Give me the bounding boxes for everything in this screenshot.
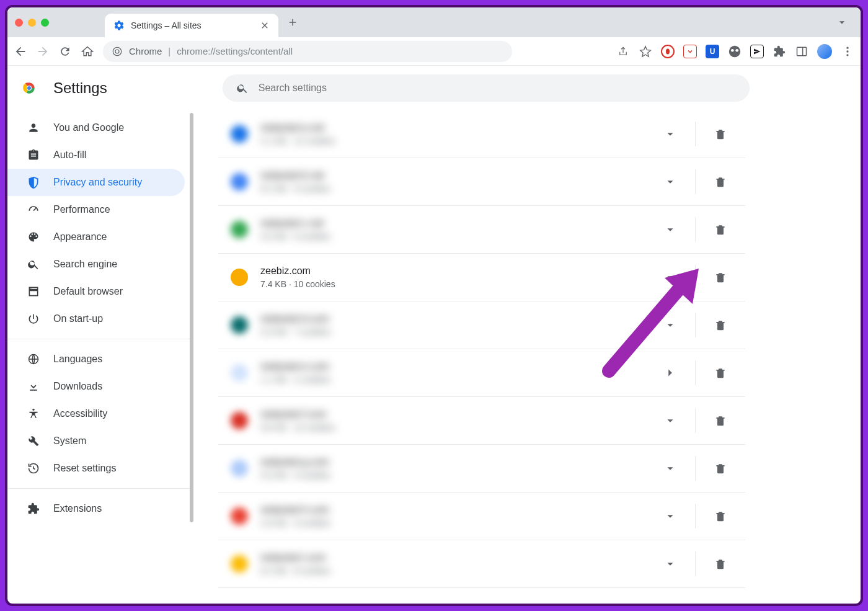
sidebar-item-label: You and Google (53, 122, 124, 133)
palette-icon (27, 231, 40, 243)
site-row[interactable]: redacted-d.com3.3 KB · 7 cookies (218, 301, 745, 349)
site-favicon (231, 507, 248, 525)
expand-button[interactable] (658, 265, 683, 290)
delete-button[interactable] (708, 169, 733, 194)
sidepanel-icon[interactable] (795, 45, 808, 58)
site-row[interactable]: redacted-g.com5.5 KB · 5 cookies (218, 445, 745, 493)
sidebar-item-label: Accessibility (53, 408, 107, 419)
expand-button[interactable] (658, 313, 683, 337)
delete-button[interactable] (708, 313, 733, 337)
site-info-icon[interactable] (112, 46, 123, 57)
sidebar-item-dl[interactable]: Downloads (7, 373, 185, 400)
extension-pocket-icon[interactable] (683, 45, 697, 58)
sidebar-item-a11y[interactable]: Accessibility (7, 400, 185, 427)
extensions-icon[interactable] (773, 45, 786, 58)
delete-button[interactable] (708, 504, 733, 528)
site-row[interactable]: redacted-c.net4.0 KB · 6 cookies (218, 206, 745, 254)
expand-button[interactable] (658, 504, 683, 528)
browser-tab[interactable]: Settings – All sites (105, 14, 278, 37)
globe-icon (27, 353, 40, 365)
share-icon[interactable] (616, 45, 630, 58)
site-meta: 6.2 KB · 8 cookies (260, 566, 645, 576)
svg-point-5 (735, 48, 738, 51)
download-icon (27, 380, 40, 393)
delete-button[interactable] (708, 265, 733, 290)
speed-icon (27, 203, 40, 216)
delete-button[interactable] (708, 408, 733, 433)
delete-button[interactable] (708, 456, 733, 481)
sidebar-item-autofill[interactable]: Auto-fill (7, 141, 185, 169)
site-row[interactable]: redacted-a.net2.1 KB · 12 cookies (218, 110, 745, 158)
close-window-button[interactable] (15, 19, 23, 27)
expand-button[interactable] (658, 122, 683, 146)
power-icon (27, 313, 40, 325)
sidebar-item-perf[interactable]: Performance (7, 196, 185, 223)
sidebar-item-privacy[interactable]: Privacy and security (7, 169, 185, 196)
sidebar-item-you[interactable]: You and Google (7, 114, 185, 141)
page-title: Settings (53, 79, 107, 97)
site-favicon (231, 173, 248, 190)
delete-button[interactable] (708, 217, 733, 242)
back-button[interactable] (14, 45, 27, 58)
extension-send-icon[interactable] (750, 45, 764, 58)
person-icon (27, 122, 40, 134)
minimize-window-button[interactable] (28, 19, 36, 27)
search-icon (236, 82, 249, 94)
site-name: redacted-g.com (260, 457, 645, 468)
bookmark-icon[interactable] (639, 45, 652, 58)
sidebar-item-label: System (53, 435, 86, 447)
address-bar[interactable]: Chrome | chrome://settings/content/all (103, 41, 512, 62)
home-button[interactable] (81, 45, 94, 58)
sidebar-item-reset[interactable]: Reset settings (7, 455, 185, 482)
sidebar-item-search[interactable]: Search engine (7, 251, 185, 278)
search-settings-field[interactable] (259, 83, 736, 94)
close-tab-button[interactable] (260, 20, 270, 30)
site-meta: 8.2 KB · 9 cookies (260, 184, 645, 194)
gear-icon (113, 20, 125, 31)
site-row[interactable]: redacted-e.com1.1 KB · 2 cookies (218, 349, 745, 397)
new-tab-button[interactable] (287, 17, 298, 28)
search-settings-input[interactable] (223, 74, 750, 102)
expand-button[interactable] (658, 169, 683, 194)
expand-button[interactable] (658, 551, 683, 576)
site-row[interactable]: zeebiz.com7.4 KB · 10 cookies (218, 254, 745, 301)
tab-dropdown-button[interactable] (836, 16, 848, 29)
forward-button[interactable] (36, 45, 50, 58)
sidebar-item-system[interactable]: System (7, 427, 185, 455)
site-name: redacted-e.com (260, 361, 645, 372)
profile-avatar[interactable] (817, 44, 832, 59)
browser-toolbar: Chrome | chrome://settings/content/all U (7, 37, 861, 66)
site-meta: 7.4 KB · 10 cookies (260, 279, 645, 289)
extension-unknown-icon[interactable] (728, 45, 742, 58)
extension-bitwarden-icon[interactable]: U (706, 45, 719, 58)
sidebar-item-default[interactable]: Default browser (7, 278, 185, 305)
site-row[interactable]: redacted-h.com2.9 KB · 3 cookies (218, 493, 745, 540)
delete-button[interactable] (708, 551, 733, 576)
site-name: zeebiz.com (260, 265, 645, 277)
site-name: redacted-b.net (260, 170, 645, 181)
chrome-logo-icon (21, 80, 37, 96)
sidebar-item-appearance[interactable]: Appearance (7, 223, 185, 251)
sidebar-item-ext[interactable]: Extensions (7, 495, 185, 522)
sidebar-item-lang[interactable]: Languages (7, 346, 185, 373)
maximize-window-button[interactable] (41, 19, 49, 27)
delete-button[interactable] (708, 122, 733, 146)
sidebar-item-startup[interactable]: On start-up (7, 305, 185, 332)
expand-button[interactable] (658, 360, 683, 385)
site-row[interactable]: redacted-b.net8.2 KB · 9 cookies (218, 158, 745, 206)
site-row[interactable]: redacted-f.com9.6 KB · 14 cookies (218, 397, 745, 445)
svg-point-16 (32, 409, 34, 411)
svg-point-2 (666, 48, 670, 54)
site-row[interactable]: redacted-i.com6.2 KB · 8 cookies (218, 540, 745, 588)
site-name: redacted-c.net (260, 218, 645, 229)
site-meta: 2.9 KB · 3 cookies (260, 518, 645, 528)
expand-button[interactable] (658, 408, 683, 433)
delete-button[interactable] (708, 360, 733, 385)
extension-opera-icon[interactable] (661, 45, 675, 58)
svg-point-1 (115, 50, 119, 53)
url-text: chrome://settings/content/all (177, 46, 293, 56)
expand-button[interactable] (658, 456, 683, 481)
expand-button[interactable] (658, 217, 683, 242)
menu-icon[interactable] (841, 45, 854, 58)
reload-button[interactable] (58, 45, 72, 58)
